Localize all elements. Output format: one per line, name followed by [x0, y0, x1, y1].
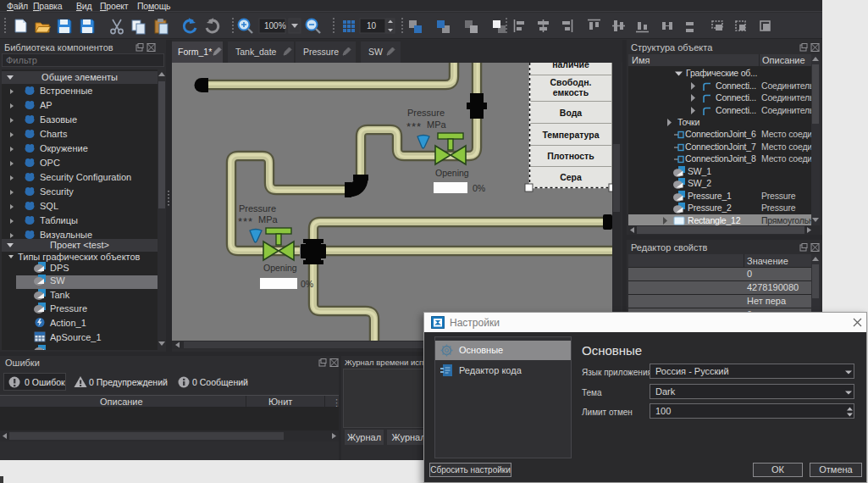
svg-text:наличие: наличие [552, 63, 589, 69]
svg-text:0%: 0% [473, 183, 485, 193]
svg-text:Opening: Opening [435, 168, 469, 178]
svg-text:Температура: Температура [542, 130, 599, 140]
svg-text:0%: 0% [301, 279, 313, 289]
svg-text:MPa: MPa [427, 119, 447, 130]
svg-text:Сера: Сера [560, 172, 582, 182]
svg-text:Pressure: Pressure [407, 108, 445, 118]
svg-text:***: *** [406, 120, 422, 133]
svg-text:Плотность: Плотность [547, 151, 594, 161]
svg-text:100%: 100% [264, 21, 286, 31]
svg-text:емкость: емкость [553, 87, 589, 97]
svg-text:Pressure: Pressure [239, 203, 276, 214]
svg-text:***: *** [238, 215, 253, 228]
svg-text:Opening: Opening [263, 263, 297, 273]
svg-text:Свободн.: Свободн. [550, 77, 592, 87]
svg-text:10: 10 [367, 21, 377, 31]
svg-text:MPa: MPa [258, 214, 279, 225]
svg-text:Вода: Вода [560, 108, 583, 118]
